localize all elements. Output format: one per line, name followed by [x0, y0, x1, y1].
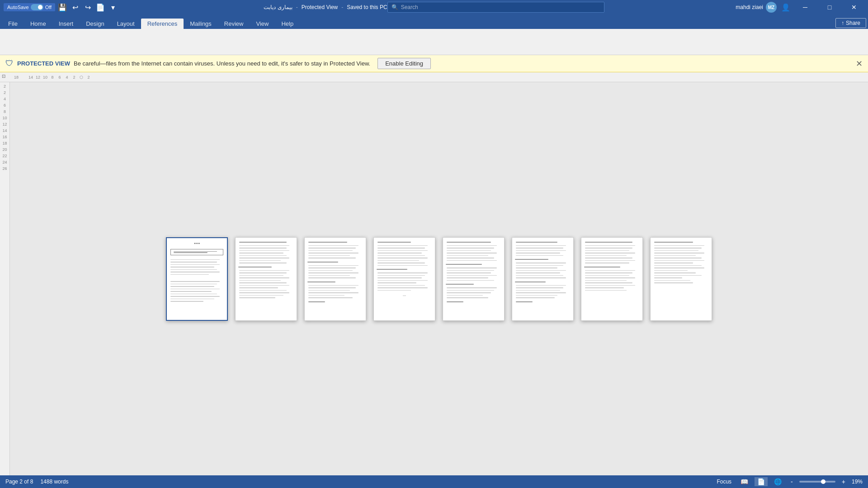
titlebar-left: AutoSave Off 💾 ↩ ↪ 📄 ▾ [4, 2, 264, 13]
focus-button[interactable]: Focus [714, 478, 734, 486]
tab-home[interactable]: Home [24, 19, 52, 29]
page-thumbnail-6[interactable] [512, 237, 574, 321]
vertical-ruler: 2 2 4 6 8 10 12 14 16 18 20 22 24 26 [0, 82, 10, 475]
page-thumbnails: ■ ■ ■ [157, 219, 721, 339]
close-button[interactable]: ✕ [844, 0, 864, 14]
redo-button[interactable]: ↪ [82, 2, 93, 13]
main-area: 2 2 4 6 8 10 12 14 16 18 20 22 24 26 ■ ■… [0, 82, 868, 475]
autosave-label: AutoSave [7, 5, 29, 10]
save-button[interactable]: 💾 [57, 2, 68, 13]
share-button[interactable]: ↑ Share [835, 18, 866, 28]
zoom-out-button[interactable]: - [788, 477, 796, 486]
zoom-in-button[interactable]: + [839, 477, 848, 486]
statusbar-right: Focus 📖 📄 🌐 - + 19% [714, 477, 863, 486]
share-icon: ↑ [841, 20, 844, 26]
ruler-corner[interactable]: ⊡ [2, 74, 9, 81]
page-thumbnail-1[interactable]: ■ ■ ■ [166, 237, 228, 321]
ribbon-tabs: File Home Insert Design Layout Reference… [0, 14, 868, 29]
titlebar-right: mahdi ziaei MZ 👤 ─ □ ✕ [604, 0, 864, 14]
zoom-level: 19% [852, 479, 863, 485]
tab-design[interactable]: Design [80, 19, 110, 29]
undo-button[interactable]: ↩ [70, 2, 80, 13]
user-avatar[interactable]: MZ [766, 2, 777, 13]
restore-button[interactable]: □ [819, 0, 840, 14]
print-layout-button[interactable]: 📄 [755, 477, 768, 486]
separator2: - [341, 4, 343, 10]
page-thumbnail-2[interactable] [235, 237, 297, 321]
search-placeholder: Search [401, 4, 418, 10]
statusbar: Page 2 of 8 1488 words Focus 📖 📄 🌐 - + 1… [0, 475, 868, 488]
autosave-state: Off [45, 5, 52, 10]
separator: - [296, 4, 298, 10]
page-info: Page 2 of 8 [5, 479, 33, 485]
search-area: 🔍 Search [387, 2, 604, 13]
new-doc-button[interactable]: 📄 [95, 2, 106, 13]
tab-review[interactable]: Review [218, 19, 250, 29]
customize-button[interactable]: ▾ [108, 2, 118, 13]
titlebar: AutoSave Off 💾 ↩ ↪ 📄 ▾ بیماری دیابت - Pr… [0, 0, 868, 14]
page-thumbnail-4[interactable]: — [373, 237, 435, 321]
horizontal-ruler: ⊡ 18 14 12 10 8 6 4 2 ⬡ 2 [0, 72, 868, 82]
user-name: mahdi ziaei [736, 4, 763, 10]
tab-file[interactable]: File [2, 19, 24, 29]
titlebar-center: بیماری دیابت - Protected View - Saved to… [264, 4, 387, 10]
tab-help[interactable]: Help [275, 19, 300, 29]
autosave-toggle[interactable] [31, 4, 43, 10]
search-box[interactable]: 🔍 Search [387, 2, 604, 13]
page-thumbnail-8[interactable] [650, 237, 712, 321]
tab-mailings[interactable]: Mailings [184, 19, 218, 29]
view-mode: Protected View [302, 4, 338, 10]
tab-layout[interactable]: Layout [111, 19, 141, 29]
protected-message: Be careful—files from the Internet can c… [74, 60, 370, 67]
zoom-slider[interactable] [799, 481, 835, 483]
tab-view[interactable]: View [250, 19, 275, 29]
shield-icon: 🛡 [5, 59, 14, 68]
minimize-button[interactable]: ─ [795, 0, 816, 14]
zoom-thumb [821, 479, 826, 484]
save-status: Saved to this PC [347, 4, 387, 10]
search-icon: 🔍 [392, 4, 398, 10]
share-label: Share [846, 20, 860, 26]
profile-button[interactable]: 👤 [780, 2, 791, 13]
document-area: ■ ■ ■ [10, 82, 868, 475]
word-count: 1488 words [40, 479, 68, 485]
web-layout-button[interactable]: 🌐 [771, 477, 784, 486]
tab-insert[interactable]: Insert [52, 19, 80, 29]
autosave-control[interactable]: AutoSave Off [4, 3, 55, 11]
ribbon-content [0, 29, 868, 55]
enable-editing-button[interactable]: Enable Editing [377, 58, 431, 69]
page-thumbnail-3[interactable] [304, 237, 366, 321]
page-thumbnail-5[interactable] [443, 237, 505, 321]
close-bar-button[interactable]: ✕ [856, 59, 863, 69]
read-mode-button[interactable]: 📖 [738, 477, 751, 486]
page-thumbnail-7[interactable] [581, 237, 643, 321]
tab-references[interactable]: References [141, 19, 184, 29]
protected-label: PROTECTED VIEW [17, 60, 70, 67]
doc-name: بیماری دیابت [264, 4, 292, 10]
ruler-numbers: 18 14 12 10 8 6 4 2 ⬡ 2 [13, 75, 92, 80]
user-info: mahdi ziaei MZ [736, 2, 777, 13]
protected-view-bar: 🛡 PROTECTED VIEW Be careful—files from t… [0, 55, 868, 72]
